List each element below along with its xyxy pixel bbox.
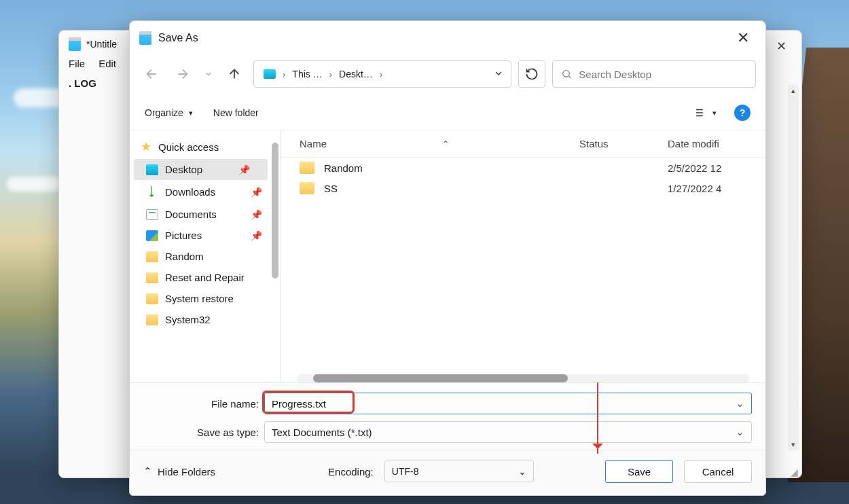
nav-recent-dropdown[interactable] [202, 62, 215, 86]
file-list-horizontal-scrollbar[interactable] [297, 374, 749, 382]
file-list-header[interactable]: Name ⌃ Status Date modifi [281, 130, 765, 158]
sidebar-item-label: Reset and Repair [165, 272, 245, 283]
search-box[interactable] [552, 60, 756, 88]
savetype-dropdown[interactable]: Text Documents (*.txt) ⌄ [264, 421, 752, 443]
sidebar-item-reset-and-repair[interactable]: Reset and Repair [134, 267, 280, 288]
sidebar-item-label: Documents [165, 209, 217, 220]
sidebar-item-documents[interactable]: Documents📌 [134, 204, 280, 225]
address-breadcrumb[interactable]: › This … › Deskt… › [253, 60, 511, 88]
encoding-label: Encoding: [328, 466, 374, 478]
chevron-right-icon[interactable]: › [283, 69, 285, 79]
chevron-down-icon[interactable]: ⌄ [736, 397, 744, 410]
list-icon [692, 107, 704, 119]
folder-icon [146, 272, 158, 283]
refresh-button[interactable] [518, 60, 545, 88]
sidebar-quick-access[interactable]: ★ Quick access [134, 134, 280, 159]
encoding-dropdown[interactable]: UTF-8 ⌄ [384, 461, 534, 482]
chevron-down-icon[interactable]: ⌄ [736, 426, 744, 438]
sidebar-item-system32[interactable]: System32 [134, 309, 280, 330]
sidebar-item-label: Desktop [165, 164, 202, 175]
column-status[interactable]: Status [579, 138, 668, 149]
sidebar-scrollbar[interactable] [272, 143, 278, 278]
save-as-dialog: Save As ✕ › This … › Deskt… › [129, 20, 766, 496]
notepad-title: *Untitle [86, 39, 117, 50]
search-input[interactable] [579, 69, 747, 80]
download-icon: ⭣ [146, 185, 158, 199]
search-icon [561, 68, 572, 80]
notepad-icon [69, 37, 81, 51]
nav-forward-button[interactable] [170, 62, 195, 86]
file-date: 1/27/2022 4 [668, 183, 765, 194]
savetype-label: Save as type: [143, 427, 259, 438]
breadcrumb-thispc[interactable]: This … [289, 67, 325, 81]
encoding-value: UTF-8 [392, 466, 419, 477]
breadcrumb-desktop[interactable]: Deskt… [336, 67, 376, 81]
sort-indicator-icon: ⌃ [442, 139, 449, 149]
filename-label: File name: [143, 398, 259, 410]
desktop-icon [146, 164, 158, 175]
caret-down-icon: ▾ [189, 109, 193, 118]
pin-icon: 📌 [251, 187, 262, 198]
chevron-up-icon: ⌃ [143, 465, 152, 478]
folder-icon [300, 162, 314, 174]
chevron-down-icon[interactable]: ⌄ [518, 466, 526, 477]
savetype-value: Text Documents (*.txt) [272, 427, 372, 438]
new-folder-button[interactable]: New folder [213, 107, 259, 118]
folder-icon [300, 182, 314, 194]
sidebar-item-label: System32 [165, 314, 211, 325]
pin-icon: 📌 [238, 164, 250, 175]
doc-icon [146, 209, 158, 220]
folder-icon [146, 251, 158, 262]
column-date[interactable]: Date modifi [668, 138, 765, 149]
notepad-vertical-scrollbar[interactable]: ▴ ▾ [788, 85, 799, 450]
file-row[interactable]: SS1/27/2022 4 [281, 178, 765, 198]
menu-file[interactable]: File [69, 58, 85, 69]
nav-up-button[interactable] [222, 62, 247, 86]
pic-icon [146, 230, 158, 241]
chevron-right-icon[interactable]: › [380, 69, 382, 79]
annotation-arrow [597, 382, 598, 454]
star-icon: ★ [141, 139, 151, 154]
notepad-icon [139, 31, 151, 45]
column-name[interactable]: Name [300, 138, 327, 149]
sidebar-item-label: Pictures [165, 230, 202, 241]
pin-icon: 📌 [251, 230, 262, 241]
svg-point-0 [563, 71, 569, 77]
file-name: SS [324, 183, 338, 194]
filename-input[interactable]: Progress.txt ⌄ [264, 393, 752, 414]
this-pc-icon [264, 69, 276, 79]
sidebar-item-label: Downloads [165, 186, 215, 198]
view-options-button[interactable]: ▾ [688, 104, 721, 122]
chevron-right-icon[interactable]: › [329, 69, 332, 79]
notepad-resize-grip[interactable]: ◢ [791, 467, 800, 476]
annotation-highlight [262, 391, 355, 414]
file-row[interactable]: Random2/5/2022 12 [281, 158, 765, 178]
help-button[interactable]: ? [734, 105, 751, 121]
navigation-sidebar: ★ Quick access Desktop📌⭣Downloads📌Docume… [130, 130, 281, 382]
save-button[interactable]: Save [605, 460, 673, 483]
sidebar-item-label: Random [165, 251, 204, 262]
file-date: 2/5/2022 12 [668, 162, 765, 174]
folder-icon [146, 293, 158, 304]
sidebar-item-pictures[interactable]: Pictures📌 [134, 225, 280, 246]
cancel-button[interactable]: Cancel [684, 460, 752, 483]
breadcrumb-history-dropdown[interactable] [493, 68, 504, 81]
dialog-titlebar[interactable]: Save As ✕ [130, 21, 765, 55]
notepad-close-button[interactable]: ✕ [767, 36, 795, 56]
menu-edit[interactable]: Edit [98, 58, 116, 69]
nav-back-button[interactable] [139, 62, 164, 86]
sidebar-item-random[interactable]: Random [134, 246, 280, 267]
sidebar-item-system-restore[interactable]: System restore [134, 288, 280, 309]
close-button[interactable]: ✕ [730, 28, 756, 48]
organize-menu[interactable]: Organize ▾ [145, 107, 193, 118]
hide-folders-button[interactable]: ⌃ Hide Folders [143, 465, 215, 478]
sidebar-item-desktop[interactable]: Desktop📌 [134, 159, 268, 180]
dialog-title: Save As [158, 32, 198, 44]
file-name: Random [324, 162, 363, 174]
pin-icon: 📌 [251, 209, 262, 220]
folder-icon [146, 314, 158, 325]
sidebar-item-downloads[interactable]: ⭣Downloads📌 [134, 180, 280, 204]
sidebar-item-label: System restore [165, 293, 234, 304]
